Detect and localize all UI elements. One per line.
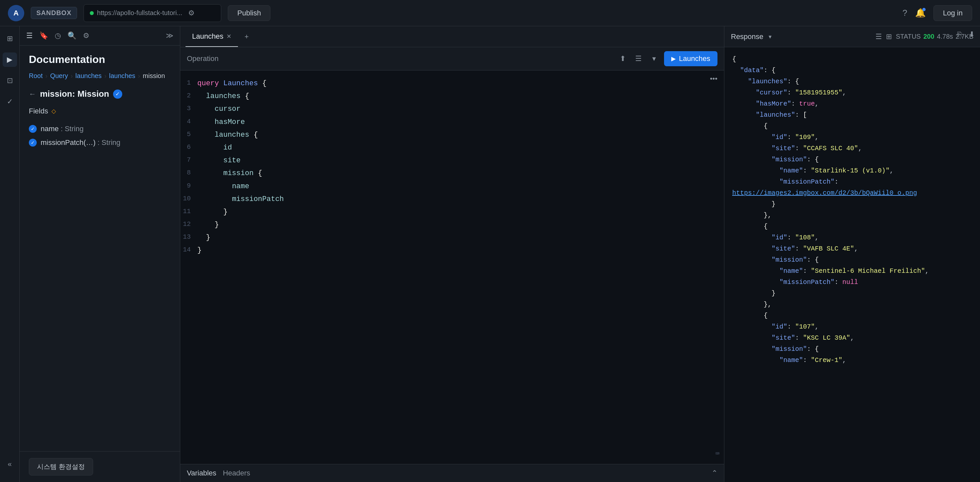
breadcrumb: Root › Query › launches › launches › mis… xyxy=(29,72,171,80)
editor-panel: Launches ✕ + Operation ⬆ ☰ ▾ ▶ Launches … xyxy=(180,26,724,482)
notification-dot xyxy=(922,8,926,11)
history-icon[interactable]: ◷ xyxy=(55,32,61,40)
code-line-13: 13 } xyxy=(180,231,724,244)
field-missionpatch: ✓ missionPatch(…) : String xyxy=(29,136,171,150)
code-line-8: 8 mission { xyxy=(180,167,724,180)
back-button[interactable]: ← xyxy=(29,90,36,98)
tab-launches[interactable]: Launches ✕ xyxy=(186,26,238,47)
status-code: 200 xyxy=(923,33,934,40)
response-expand-icon[interactable]: ▾ xyxy=(768,33,772,40)
variables-toolbar: Variables Headers ⌃ xyxy=(180,464,724,482)
response-table-view-button[interactable]: ⊞ xyxy=(886,32,892,41)
collapse-panel-button[interactable]: ≫ xyxy=(166,32,173,40)
code-line-10: 10 missionPatch xyxy=(180,193,724,206)
breadcrumb-query[interactable]: Query xyxy=(50,72,68,80)
response-download-button[interactable]: ⬇ xyxy=(969,30,975,39)
help-button[interactable]: ? xyxy=(903,8,907,18)
code-line-4: 4 hasMore xyxy=(180,116,724,129)
breadcrumb-launches-2[interactable]: launches xyxy=(109,72,135,80)
editor-tabs: Launches ✕ + xyxy=(180,26,724,47)
response-toolbar: Response ▾ ☰ ⊞ STATUS 200 4.78s 2.7KB ⎘ … xyxy=(724,26,980,47)
dropdown-button[interactable]: ▾ xyxy=(648,53,660,65)
field-check-name: ✓ xyxy=(29,125,37,133)
code-line-12: 12 } xyxy=(180,219,724,231)
format-button[interactable]: ☰ xyxy=(633,53,644,65)
sidebar-bottom: « xyxy=(3,457,17,477)
sidebar-item-table[interactable]: ⊡ xyxy=(3,73,17,88)
sidebar-item-grid[interactable]: ⊞ xyxy=(3,32,17,46)
code-line-9: 9 name xyxy=(180,180,724,193)
more-options-button[interactable]: ••• xyxy=(710,74,718,83)
sidebar-collapse-button[interactable]: « xyxy=(3,457,17,471)
breadcrumb-root[interactable]: Root xyxy=(29,72,43,80)
fields-label: Fields xyxy=(29,107,48,115)
login-button[interactable]: Log in xyxy=(934,5,972,21)
response-time: 4.78s xyxy=(937,33,953,40)
doc-toolbar: ☰ 🔖 ◷ 🔍 ⚙ ≫ xyxy=(20,26,180,46)
bookmark-icon[interactable]: 🔖 xyxy=(39,32,48,40)
type-name: mission: Mission xyxy=(40,89,109,99)
search-icon[interactable]: 🔍 xyxy=(67,32,76,40)
field-name: ✓ name : String xyxy=(29,122,171,136)
run-button[interactable]: ▶ Launches xyxy=(664,51,718,66)
diamond-icon: ◇ xyxy=(51,107,56,115)
code-line-7: 7 site xyxy=(180,154,724,167)
url-text: https://apollo-fullstack-tutori... xyxy=(97,9,182,17)
url-settings-button[interactable]: ⚙ xyxy=(186,7,197,19)
run-play-icon: ▶ xyxy=(671,55,676,62)
editor-area[interactable]: ••• 1 query Launches { 2 launches { 3 cu… xyxy=(180,70,724,464)
notifications-button[interactable]: 🔔 xyxy=(915,8,926,18)
editor-bottom: Variables Headers ⌃ xyxy=(180,464,724,482)
response-label: Response xyxy=(731,32,764,41)
breadcrumb-mission: mission xyxy=(143,72,165,80)
status-badge: STATUS 200 4.78s 2.7KB xyxy=(896,33,974,40)
code-line-14: 14 } xyxy=(180,244,724,257)
response-content: { "data": { "launches": { "cursor": "158… xyxy=(732,54,972,366)
publish-button[interactable]: Publish xyxy=(228,5,270,21)
doc-icon[interactable]: ☰ xyxy=(26,32,33,40)
headers-label: Headers xyxy=(223,469,250,477)
doc-content: Documentation Root › Query › launches › … xyxy=(20,46,180,451)
response-panel: Response ▾ ☰ ⊞ STATUS 200 4.78s 2.7KB ⎘ … xyxy=(724,26,980,482)
run-label: Launches xyxy=(679,54,710,63)
code-line-1: 1 query Launches { xyxy=(180,77,724,90)
topbar: A SANDBOX https://apollo-fullstack-tutor… xyxy=(0,0,980,26)
main-layout: ⊞ ▶ ⊡ ✓ « ☰ 🔖 ◷ 🔍 ⚙ ≫ Documentation Root… xyxy=(0,26,980,482)
field-name-text: name : String xyxy=(41,124,84,133)
url-bar[interactable]: https://apollo-fullstack-tutori... ⚙ xyxy=(84,4,221,22)
connection-status-dot xyxy=(90,11,94,15)
back-row: ← mission: Mission ✓ xyxy=(29,89,171,99)
breadcrumb-launches-1[interactable]: launches xyxy=(75,72,102,80)
response-area: { "data": { "launches": { "cursor": "158… xyxy=(724,47,980,482)
keyboard-icon: ⌨ xyxy=(716,449,719,460)
field-check-missionpatch: ✓ xyxy=(29,139,37,147)
check-badge: ✓ xyxy=(113,89,122,99)
code-line-6: 6 id xyxy=(180,141,724,154)
share-icon-button[interactable]: ⬆ xyxy=(617,53,628,65)
tab-close-button[interactable]: ✕ xyxy=(226,33,231,40)
doc-bottom: 시스템 환경설정 xyxy=(20,451,180,482)
variables-collapse-button[interactable]: ⌃ xyxy=(711,469,718,477)
code-line-11: 11 } xyxy=(180,206,724,219)
settings-icon[interactable]: ⚙ xyxy=(83,32,89,40)
tab-add-button[interactable]: + xyxy=(240,31,252,43)
response-list-view-button[interactable]: ☰ xyxy=(875,32,882,41)
operation-label: Operation xyxy=(187,54,219,63)
sidebar-item-check[interactable]: ✓ xyxy=(3,94,17,109)
field-missionpatch-text: missionPatch(…) : String xyxy=(41,138,120,147)
sidebar-item-play[interactable]: ▶ xyxy=(3,53,17,67)
response-copy-button[interactable]: ⎘ xyxy=(958,30,962,39)
fields-header: Fields ◇ xyxy=(29,107,171,115)
editor-toolbar: Operation ⬆ ☰ ▾ ▶ Launches xyxy=(180,47,724,70)
icon-sidebar: ⊞ ▶ ⊡ ✓ « xyxy=(0,26,20,482)
logo[interactable]: A xyxy=(8,5,24,21)
system-settings-button[interactable]: 시스템 환경설정 xyxy=(29,458,93,476)
variables-label: Variables xyxy=(187,469,216,477)
doc-panel: ☰ 🔖 ◷ 🔍 ⚙ ≫ Documentation Root › Query ›… xyxy=(20,26,180,482)
sandbox-badge: SANDBOX xyxy=(31,7,77,19)
tab-label: Launches xyxy=(192,32,223,41)
code-line-5: 5 launches { xyxy=(180,129,724,141)
topbar-right: ? 🔔 Log in xyxy=(903,5,972,21)
doc-title: Documentation xyxy=(29,53,171,65)
mission-patch-link-109[interactable]: https://images2.imgbox.com/d2/3b/bQaWiil… xyxy=(732,189,917,197)
